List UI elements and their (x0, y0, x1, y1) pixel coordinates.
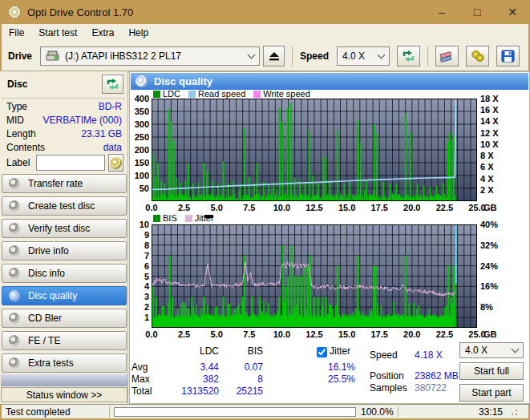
app-window: Opti Drive Control 1.70 – □ ✕ File Start… (0, 0, 530, 420)
start-part-button[interactable]: Start part (459, 384, 524, 402)
disc-mid-label: MID (6, 115, 24, 127)
sidebar-item-label: Extra tests (28, 357, 74, 369)
legend-label: Read speed (198, 89, 245, 99)
sidebar-item-drive-info[interactable]: Drive info (2, 241, 127, 260)
axis-tick-label: 22.5 (432, 203, 456, 212)
axis-tick-label: 17.5 (367, 329, 391, 339)
axis-tick-label: 5 (131, 272, 149, 281)
progress-percent: 100.0% (356, 406, 398, 418)
axis-tick-label: 20.0 (400, 203, 424, 212)
test-speed-select-value: 4.0 X (465, 345, 488, 356)
menu-file[interactable]: File (2, 25, 31, 41)
sidebar-item-fe-te[interactable]: FE / TE (2, 331, 127, 350)
legend-swatch (253, 91, 261, 98)
legend-swatch (185, 215, 192, 222)
axis-tick-label: 18 X (480, 94, 499, 103)
sidebar-item-label: Drive info (28, 245, 69, 256)
disc-icon (9, 178, 20, 189)
axis-tick-label: 400 (131, 94, 149, 103)
window-title: Opti Drive Control 1.70 (27, 6, 133, 18)
sidebar-item-disc-quality[interactable]: Disc quality (2, 286, 127, 305)
sidebar-band (1, 374, 127, 386)
disc-type-value: BD-R (99, 101, 122, 114)
erase-disc-button[interactable] (435, 46, 459, 67)
avg-ldc-value: 3.44 (171, 361, 219, 373)
disc-icon (9, 245, 20, 256)
sidebar-item-cd-bler[interactable]: CD Bler (2, 309, 127, 328)
sidebar-item-transfer-rate[interactable]: Transfer rate (2, 174, 127, 193)
legend-swatch (153, 91, 160, 98)
divider (109, 406, 110, 418)
minimize-button[interactable]: – (424, 0, 459, 24)
sidebar-item-disc-info[interactable]: Disc info (2, 264, 127, 283)
speed-stat-label: Speed (370, 349, 398, 361)
sidebar-item-extra-tests[interactable]: Extra tests (2, 353, 127, 373)
speed-label: Speed (300, 50, 329, 62)
disc-icon (9, 357, 20, 369)
save-button[interactable] (496, 46, 520, 67)
avg-bis-value: 0.07 (217, 361, 263, 373)
axis-tick-label: 4 (131, 281, 149, 291)
axis-tick-label: 100 (131, 171, 149, 180)
drive-select[interactable]: (J:) ATAPI iHBS312 2 PL17 (40, 46, 260, 66)
disc-mid-value: VERBATIMe (000) (43, 115, 122, 127)
sidebar-item-label: Create test disc (28, 200, 95, 212)
refresh-disc-button[interactable] (102, 75, 123, 94)
sidebar: Disc Type BD-R MID VERBATIMe (000) Lengt… (0, 71, 128, 404)
menu-help[interactable]: Help (121, 25, 156, 41)
maximize-button[interactable]: □ (459, 0, 495, 24)
axis-tick-label: 3 (131, 292, 149, 301)
refresh-speed-button[interactable] (397, 46, 420, 67)
sidebar-nav: Transfer rate Create test disc Verify te… (1, 174, 127, 376)
speed-select[interactable]: 4.0 X (337, 46, 390, 66)
title-bar: Opti Drive Control 1.70 – □ ✕ (0, 0, 530, 24)
samples-stat-value: 380722 (415, 382, 447, 394)
axis-tick-label: 0.0 (140, 329, 164, 339)
menu-extra[interactable]: Extra (84, 25, 121, 41)
axis-tick-label: 2.5 (172, 203, 196, 212)
start-part-label: Start part (471, 387, 511, 398)
disc-quality-icon (136, 75, 148, 87)
avg-row-label: Avg (131, 361, 148, 373)
axis-tick-label: 14 X (480, 116, 499, 126)
sidebar-item-create-test-disc[interactable]: Create test disc (2, 196, 127, 216)
axis-tick-label: 20.0 (400, 329, 424, 339)
resize-grip[interactable] (509, 407, 519, 417)
close-button[interactable]: ✕ (495, 0, 530, 24)
disc-label-input[interactable] (36, 155, 105, 171)
axis-tick-label: 7.5 (237, 329, 261, 339)
position-stat-label: Position (370, 370, 404, 382)
axis-tick-label: 0.0 (140, 203, 164, 212)
test-speed-select[interactable]: 4.0 X (459, 342, 524, 358)
axis-tick-label: 200 (131, 145, 149, 155)
save-floppy-icon (501, 50, 515, 63)
chevron-down-icon (512, 345, 520, 353)
advanced-tools-button[interactable] (466, 46, 489, 67)
axis-tick-label: 9 (131, 230, 149, 240)
start-full-button[interactable]: Start full (459, 362, 524, 380)
sidebar-item-label: CD Bler (28, 313, 62, 324)
jitter-checkbox[interactable] (317, 347, 327, 357)
sidebar-item-verify-test-disc[interactable]: Verify test disc (2, 219, 127, 238)
axis-tick-label: 7 (131, 251, 149, 260)
axis-tick-label: 12 X (480, 128, 499, 138)
disc-type-label: Type (6, 101, 27, 114)
toolbar-separator (292, 46, 293, 67)
max-bis-value: 8 (217, 374, 263, 385)
menu-start-test[interactable]: Start test (31, 25, 84, 41)
disc-icon (9, 290, 20, 301)
divider (398, 406, 399, 418)
ldc-chart-plot (152, 99, 477, 201)
legend-label: LDC (163, 89, 180, 99)
disc-length-value: 23.31 GB (81, 128, 122, 141)
axis-tick-label: 7.5 (237, 203, 261, 212)
axis-tick-label: 22.5 (432, 329, 456, 339)
axis-tick-label: 10.0 (269, 329, 293, 339)
sidebar-item-label: FE / TE (28, 335, 60, 346)
divider (2, 98, 125, 99)
status-window-button[interactable]: Status window >> (1, 387, 127, 402)
legend-label: Jitter (195, 213, 214, 223)
menu-bar: File Start test Extra Help (2, 24, 528, 42)
eject-button[interactable] (263, 46, 285, 67)
write-label-button[interactable] (108, 154, 123, 172)
